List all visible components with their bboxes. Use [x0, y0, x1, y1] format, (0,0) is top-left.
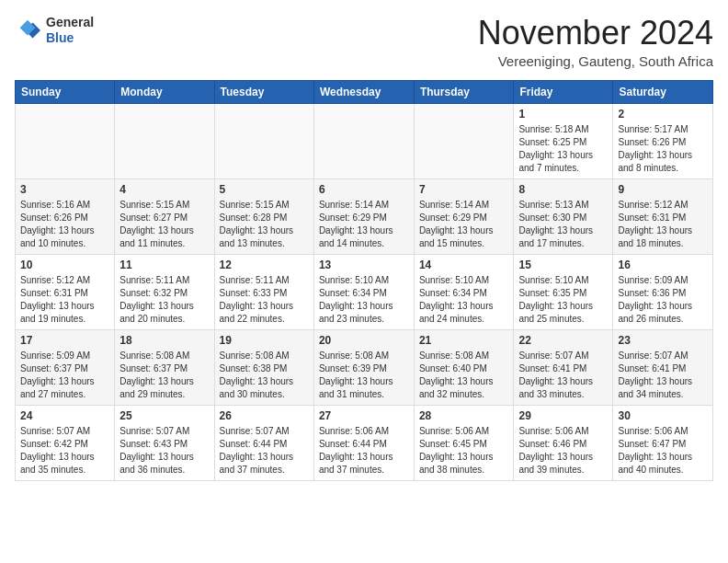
day-number: 11 [119, 259, 209, 271]
calendar-cell [16, 103, 115, 178]
calendar-cell: 17Sunrise: 5:09 AM Sunset: 6:37 PM Dayli… [16, 329, 115, 405]
day-number: 10 [20, 259, 109, 271]
calendar-cell: 5Sunrise: 5:15 AM Sunset: 6:28 PM Daylig… [214, 178, 313, 254]
day-number: 22 [518, 334, 608, 347]
calendar-cell: 23Sunrise: 5:07 AM Sunset: 6:41 PM Dayli… [613, 329, 713, 405]
calendar-cell [313, 103, 414, 178]
cell-content: Sunrise: 5:15 AM Sunset: 6:27 PM Dayligh… [119, 199, 209, 250]
day-number: 15 [518, 259, 608, 271]
calendar-cell: 28Sunrise: 5:06 AM Sunset: 6:45 PM Dayli… [414, 405, 514, 480]
cell-content: Sunrise: 5:06 AM Sunset: 6:45 PM Dayligh… [419, 425, 509, 477]
weekday-header-monday: Monday [115, 80, 214, 103]
calendar-cell: 6Sunrise: 5:14 AM Sunset: 6:29 PM Daylig… [313, 178, 414, 254]
cell-content: Sunrise: 5:10 AM Sunset: 6:35 PM Dayligh… [518, 274, 608, 326]
day-number: 6 [319, 183, 409, 196]
cell-content: Sunrise: 5:10 AM Sunset: 6:34 PM Dayligh… [319, 274, 409, 326]
title-block: November 2024 Vereeniging, Gauteng, Sout… [478, 15, 713, 69]
calendar-cell: 25Sunrise: 5:07 AM Sunset: 6:43 PM Dayli… [115, 405, 214, 480]
cell-content: Sunrise: 5:08 AM Sunset: 6:39 PM Dayligh… [319, 350, 409, 401]
month-title: November 2024 [478, 15, 713, 52]
cell-content: Sunrise: 5:07 AM Sunset: 6:41 PM Dayligh… [618, 350, 708, 401]
cell-content: Sunrise: 5:07 AM Sunset: 6:41 PM Dayligh… [518, 350, 608, 401]
page-header: General Blue November 2024 Vereeniging, … [15, 15, 713, 69]
calendar-week-row: 17Sunrise: 5:09 AM Sunset: 6:37 PM Dayli… [16, 329, 713, 405]
weekday-header-tuesday: Tuesday [214, 80, 313, 103]
cell-content: Sunrise: 5:08 AM Sunset: 6:40 PM Dayligh… [419, 350, 509, 401]
cell-content: Sunrise: 5:10 AM Sunset: 6:34 PM Dayligh… [419, 274, 509, 326]
calendar-table: SundayMondayTuesdayWednesdayThursdayFrid… [15, 80, 713, 481]
cell-content: Sunrise: 5:18 AM Sunset: 6:25 PM Dayligh… [518, 123, 608, 175]
calendar-cell: 18Sunrise: 5:08 AM Sunset: 6:37 PM Dayli… [115, 329, 214, 405]
cell-content: Sunrise: 5:13 AM Sunset: 6:30 PM Dayligh… [518, 199, 608, 250]
calendar-cell: 10Sunrise: 5:12 AM Sunset: 6:31 PM Dayli… [16, 254, 115, 329]
calendar-cell [214, 103, 313, 178]
calendar-cell [414, 103, 514, 178]
weekday-header-row: SundayMondayTuesdayWednesdayThursdayFrid… [16, 80, 713, 103]
cell-content: Sunrise: 5:11 AM Sunset: 6:32 PM Dayligh… [119, 274, 209, 326]
calendar-cell: 15Sunrise: 5:10 AM Sunset: 6:35 PM Dayli… [514, 254, 613, 329]
calendar-week-row: 3Sunrise: 5:16 AM Sunset: 6:26 PM Daylig… [16, 178, 713, 254]
calendar-cell: 1Sunrise: 5:18 AM Sunset: 6:25 PM Daylig… [514, 103, 613, 178]
weekday-header-friday: Friday [514, 80, 613, 103]
day-number: 27 [319, 409, 409, 422]
cell-content: Sunrise: 5:07 AM Sunset: 6:42 PM Dayligh… [20, 425, 109, 477]
calendar-cell: 27Sunrise: 5:06 AM Sunset: 6:44 PM Dayli… [313, 405, 414, 480]
cell-content: Sunrise: 5:07 AM Sunset: 6:44 PM Dayligh… [220, 425, 309, 477]
location-subtitle: Vereeniging, Gauteng, South Africa [478, 53, 713, 69]
cell-content: Sunrise: 5:06 AM Sunset: 6:46 PM Dayligh… [518, 425, 608, 477]
cell-content: Sunrise: 5:09 AM Sunset: 6:36 PM Dayligh… [618, 274, 708, 326]
day-number: 28 [419, 409, 509, 422]
calendar-cell: 9Sunrise: 5:12 AM Sunset: 6:31 PM Daylig… [613, 178, 713, 254]
calendar-week-row: 1Sunrise: 5:18 AM Sunset: 6:25 PM Daylig… [16, 103, 713, 178]
calendar-cell: 7Sunrise: 5:14 AM Sunset: 6:29 PM Daylig… [414, 178, 514, 254]
calendar-cell: 3Sunrise: 5:16 AM Sunset: 6:26 PM Daylig… [16, 178, 115, 254]
calendar-cell: 13Sunrise: 5:10 AM Sunset: 6:34 PM Dayli… [313, 254, 414, 329]
weekday-header-sunday: Sunday [16, 80, 115, 103]
calendar-cell: 8Sunrise: 5:13 AM Sunset: 6:30 PM Daylig… [514, 178, 613, 254]
calendar-cell: 26Sunrise: 5:07 AM Sunset: 6:44 PM Dayli… [214, 405, 313, 480]
calendar-cell: 4Sunrise: 5:15 AM Sunset: 6:27 PM Daylig… [115, 178, 214, 254]
cell-content: Sunrise: 5:06 AM Sunset: 6:47 PM Dayligh… [618, 425, 708, 477]
calendar-cell: 22Sunrise: 5:07 AM Sunset: 6:41 PM Dayli… [514, 329, 613, 405]
cell-content: Sunrise: 5:14 AM Sunset: 6:29 PM Dayligh… [419, 199, 509, 250]
cell-content: Sunrise: 5:11 AM Sunset: 6:33 PM Dayligh… [220, 274, 309, 326]
calendar-cell: 30Sunrise: 5:06 AM Sunset: 6:47 PM Dayli… [613, 405, 713, 480]
day-number: 17 [20, 334, 109, 347]
day-number: 20 [319, 334, 409, 347]
day-number: 25 [119, 409, 209, 422]
calendar-cell: 14Sunrise: 5:10 AM Sunset: 6:34 PM Dayli… [414, 254, 514, 329]
day-number: 7 [419, 183, 509, 196]
calendar-cell: 19Sunrise: 5:08 AM Sunset: 6:38 PM Dayli… [214, 329, 313, 405]
day-number: 23 [618, 334, 708, 347]
weekday-header-thursday: Thursday [414, 80, 514, 103]
calendar-week-row: 10Sunrise: 5:12 AM Sunset: 6:31 PM Dayli… [16, 254, 713, 329]
cell-content: Sunrise: 5:14 AM Sunset: 6:29 PM Dayligh… [319, 199, 409, 250]
cell-content: Sunrise: 5:09 AM Sunset: 6:37 PM Dayligh… [20, 350, 109, 401]
day-number: 9 [618, 183, 708, 196]
calendar-cell: 11Sunrise: 5:11 AM Sunset: 6:32 PM Dayli… [115, 254, 214, 329]
day-number: 19 [220, 334, 309, 347]
cell-content: Sunrise: 5:06 AM Sunset: 6:44 PM Dayligh… [319, 425, 409, 477]
cell-content: Sunrise: 5:17 AM Sunset: 6:26 PM Dayligh… [618, 123, 708, 175]
calendar-cell: 29Sunrise: 5:06 AM Sunset: 6:46 PM Dayli… [514, 405, 613, 480]
cell-content: Sunrise: 5:12 AM Sunset: 6:31 PM Dayligh… [20, 274, 109, 326]
calendar-week-row: 24Sunrise: 5:07 AM Sunset: 6:42 PM Dayli… [16, 405, 713, 480]
day-number: 2 [618, 108, 708, 121]
day-number: 12 [220, 259, 309, 271]
cell-content: Sunrise: 5:08 AM Sunset: 6:38 PM Dayligh… [220, 350, 309, 401]
logo-icon [15, 17, 40, 43]
logo: General Blue [15, 15, 94, 46]
cell-content: Sunrise: 5:07 AM Sunset: 6:43 PM Dayligh… [119, 425, 209, 477]
cell-content: Sunrise: 5:08 AM Sunset: 6:37 PM Dayligh… [119, 350, 209, 401]
weekday-header-saturday: Saturday [613, 80, 713, 103]
day-number: 29 [518, 409, 608, 422]
weekday-header-wednesday: Wednesday [313, 80, 414, 103]
day-number: 16 [618, 259, 708, 271]
day-number: 26 [220, 409, 309, 422]
day-number: 5 [220, 183, 309, 196]
calendar-cell [115, 103, 214, 178]
day-number: 8 [518, 183, 608, 196]
day-number: 1 [518, 108, 608, 121]
calendar-cell: 16Sunrise: 5:09 AM Sunset: 6:36 PM Dayli… [613, 254, 713, 329]
calendar-cell: 2Sunrise: 5:17 AM Sunset: 6:26 PM Daylig… [613, 103, 713, 178]
